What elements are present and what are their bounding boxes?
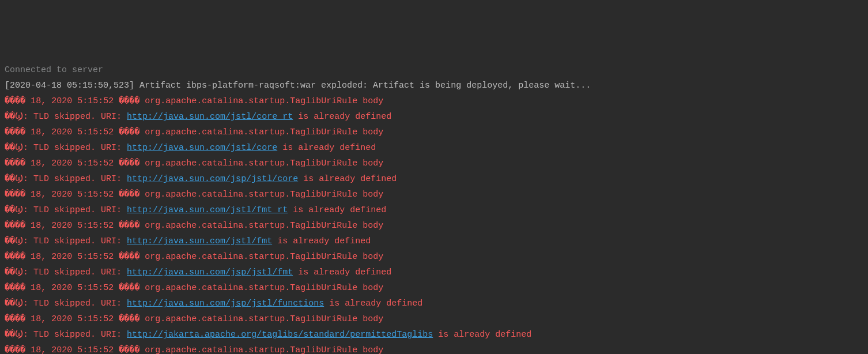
tld-prefix: ��Ϣ: TLD skipped. URI: [5,236,127,246]
log-line-taglib-header: ���� 18, 2020 5:15:52 ���� org.apache.ca… [5,187,863,202]
tld-uri-link[interactable]: http://java.sun.com/jstl/fmt_rt [127,205,288,215]
tld-uri-link[interactable]: http://java.sun.com/jsp/jstl/functions [127,299,324,308]
log-line-taglib-header: ���� 18, 2020 5:15:52 ���� org.apache.ca… [5,218,863,234]
log-line-taglib-header: ���� 18, 2020 5:15:52 ���� org.apache.ca… [5,156,863,171]
tld-prefix: ��Ϣ: TLD skipped. URI: [5,112,127,122]
tld-suffix: is already defined [433,330,531,340]
taglib-header: ���� 18, 2020 5:15:52 ���� org.apache.ca… [5,283,383,293]
tld-prefix: ��Ϣ: TLD skipped. URI: [5,205,127,215]
log-line-tld-skipped: ��Ϣ: TLD skipped. URI: http://java.sun.c… [5,296,863,311]
log-line-tld-skipped: ��Ϣ: TLD skipped. URI: http://jakarta.ap… [5,327,863,342]
log-line-connected: Connected to server [5,62,863,78]
taglib-header: ���� 18, 2020 5:15:52 ���� org.apache.ca… [5,252,383,262]
tld-prefix: ��Ϣ: TLD skipped. URI: [5,330,127,340]
log-line-tld-skipped: ��Ϣ: TLD skipped. URI: http://java.sun.c… [5,234,863,249]
deploy-text: [2020-04-18 05:15:50,523] Artifact ibps-… [5,81,591,91]
tld-suffix: is already defined [293,112,391,122]
tld-uri-link[interactable]: http://java.sun.com/jsp/jstl/core [127,174,298,184]
log-line-tld-skipped: ��Ϣ: TLD skipped. URI: http://java.sun.c… [5,202,863,218]
tld-suffix: is already defined [293,268,391,277]
taglib-header: ���� 18, 2020 5:15:52 ���� org.apache.ca… [5,159,383,168]
tld-suffix: is already defined [324,299,422,308]
log-line-tld-skipped: ��Ϣ: TLD skipped. URI: http://java.sun.c… [5,109,863,125]
tld-prefix: ��Ϣ: TLD skipped. URI: [5,268,127,277]
log-line-taglib-header: ���� 18, 2020 5:15:52 ���� org.apache.ca… [5,125,863,140]
console-output[interactable]: Connected to server[2020-04-18 05:15:50,… [5,62,863,354]
taglib-header: ���� 18, 2020 5:15:52 ���� org.apache.ca… [5,345,383,354]
log-line-deploy: [2020-04-18 05:15:50,523] Artifact ibps-… [5,78,863,93]
tld-uri-link[interactable]: http://java.sun.com/jsp/jstl/fmt [127,268,293,277]
log-line-taglib-header: ���� 18, 2020 5:15:52 ���� org.apache.ca… [5,93,863,109]
log-line-tld-skipped: ��Ϣ: TLD skipped. URI: http://java.sun.c… [5,140,863,156]
tld-suffix: is already defined [298,174,397,184]
log-line-taglib-header: ���� 18, 2020 5:15:52 ���� org.apache.ca… [5,280,863,296]
log-line-taglib-header: ���� 18, 2020 5:15:52 ���� org.apache.ca… [5,311,863,327]
taglib-header: ���� 18, 2020 5:15:52 ���� org.apache.ca… [5,190,383,199]
taglib-header: ���� 18, 2020 5:15:52 ���� org.apache.ca… [5,96,383,106]
tld-prefix: ��Ϣ: TLD skipped. URI: [5,299,127,308]
tld-uri-link[interactable]: http://java.sun.com/jstl/core_rt [127,112,293,122]
tld-uri-link[interactable]: http://jakarta.apache.org/taglibs/standa… [127,330,433,340]
taglib-header: ���� 18, 2020 5:15:52 ���� org.apache.ca… [5,221,383,231]
log-line-tld-skipped: ��Ϣ: TLD skipped. URI: http://java.sun.c… [5,171,863,187]
tld-suffix: is already defined [277,143,376,153]
tld-suffix: is already defined [288,205,386,215]
log-line-taglib-header: ���� 18, 2020 5:15:52 ���� org.apache.ca… [5,249,863,265]
tld-uri-link[interactable]: http://java.sun.com/jstl/fmt [127,236,272,246]
log-line-tld-skipped: ��Ϣ: TLD skipped. URI: http://java.sun.c… [5,265,863,280]
taglib-header: ���� 18, 2020 5:15:52 ���� org.apache.ca… [5,314,383,324]
connected-text: Connected to server [5,65,103,75]
tld-prefix: ��Ϣ: TLD skipped. URI: [5,174,127,184]
tld-prefix: ��Ϣ: TLD skipped. URI: [5,143,127,153]
tld-uri-link[interactable]: http://java.sun.com/jstl/core [127,143,277,153]
taglib-header: ���� 18, 2020 5:15:52 ���� org.apache.ca… [5,127,383,137]
tld-suffix: is already defined [272,236,371,246]
log-line-taglib-header: ���� 18, 2020 5:15:52 ���� org.apache.ca… [5,342,863,354]
